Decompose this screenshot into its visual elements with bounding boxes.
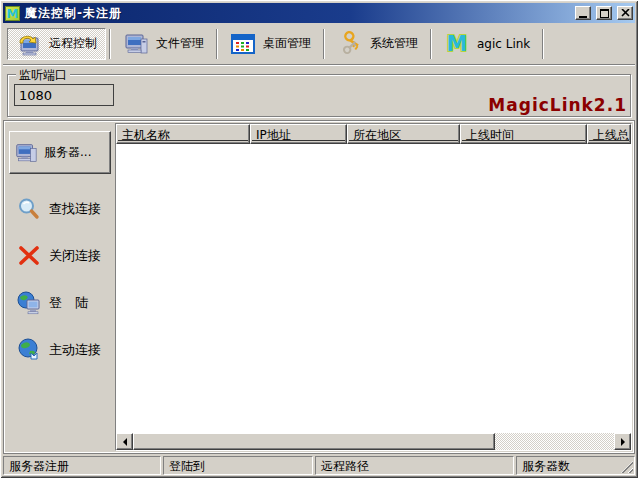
sidebar: 服务器... 查找连接 关闭连接 <box>5 122 115 452</box>
sidebar-item-active-connect[interactable]: 主动连接 <box>17 338 115 362</box>
connection-list: 主机名称 IP地址 所在地区 上线时间 上线总 <box>115 123 632 451</box>
toolbar-button-desktop-manager[interactable]: 桌面管理 <box>221 28 320 60</box>
column-header-region[interactable]: 所在地区 <box>347 124 460 144</box>
close-connection-icon <box>17 244 41 268</box>
status-panel-label: 服务器数 <box>522 459 570 473</box>
listen-port-label: 监听端口 <box>16 67 70 84</box>
toolbar-button-file-manager[interactable]: 文件管理 <box>114 28 213 60</box>
sidebar-item-label: 登 陆 <box>49 294 88 312</box>
toolbar-separator <box>542 29 544 59</box>
app-icon: M <box>5 6 20 21</box>
toolbar-button-system-manager[interactable]: 系统管理 <box>328 28 427 60</box>
column-header-online-time[interactable]: 上线时间 <box>460 124 587 144</box>
app-window: M 魔法控制-未注册 远程控制 <box>0 0 638 478</box>
file-manager-icon <box>123 31 149 57</box>
toolbar-button-magic-link[interactable]: M agic Link <box>435 28 539 60</box>
titlebar[interactable]: M 魔法控制-未注册 <box>3 3 635 23</box>
list-body[interactable] <box>116 144 631 433</box>
status-panel-login-to: 登陆到 <box>163 456 313 475</box>
sidebar-item-find-connection[interactable]: 查找连接 <box>17 197 115 221</box>
toolbar-separator <box>109 29 111 59</box>
toolbar-button-label: 远程控制 <box>49 35 97 52</box>
sidebar-item-label: 主动连接 <box>49 341 101 359</box>
close-button[interactable] <box>617 6 633 20</box>
login-icon <box>17 291 41 315</box>
scroll-right-button[interactable] <box>614 433 631 450</box>
sidebar-item-label: 服务器... <box>44 144 91 161</box>
desktop-manager-icon <box>230 31 256 57</box>
status-bar: 服务器注册 登陆到 远程路径 服务器数 <box>3 454 635 475</box>
scroll-left-button[interactable] <box>116 433 133 450</box>
search-icon <box>17 197 41 221</box>
listen-port-input[interactable] <box>14 84 114 106</box>
toolbar-separator <box>430 29 432 59</box>
list-header: 主机名称 IP地址 所在地区 上线时间 上线总 <box>116 124 631 144</box>
maximize-button[interactable] <box>596 6 612 20</box>
system-manager-icon <box>337 31 363 57</box>
toolbar-separator <box>323 29 325 59</box>
status-panel-server-register: 服务器注册 <box>3 456 161 475</box>
magic-link-icon: M <box>444 31 470 57</box>
toolbar-button-label: agic Link <box>477 37 530 51</box>
column-header-online-total[interactable]: 上线总 <box>587 124 631 144</box>
window-title: 魔法控制-未注册 <box>23 5 570 22</box>
resize-grip[interactable] <box>621 461 633 473</box>
toolbar-button-label: 文件管理 <box>156 35 204 52</box>
active-connect-icon <box>17 338 41 362</box>
arrow-left-icon <box>119 438 127 446</box>
status-panel-remote-path: 远程路径 <box>315 456 514 475</box>
main-area: 服务器... 查找连接 关闭连接 <box>3 120 635 454</box>
server-icon <box>14 141 38 165</box>
brand-text: MagicLink2.1 <box>488 95 627 115</box>
maximize-icon <box>600 9 609 18</box>
scrollbar-thumb[interactable] <box>133 433 495 450</box>
sidebar-item-close-connection[interactable]: 关闭连接 <box>17 244 115 268</box>
remote-control-icon <box>16 31 42 57</box>
toolbar-button-label: 系统管理 <box>370 35 418 52</box>
sidebar-item-server[interactable]: 服务器... <box>9 131 111 174</box>
scrollbar-track[interactable] <box>495 433 614 450</box>
column-header-hostname[interactable]: 主机名称 <box>116 124 250 144</box>
status-panel-server-count: 服务器数 <box>516 456 635 475</box>
column-header-ip[interactable]: IP地址 <box>250 124 347 144</box>
sidebar-item-label: 关闭连接 <box>49 247 101 265</box>
toolbar-button-label: 桌面管理 <box>263 35 311 52</box>
toolbar-separator <box>216 29 218 59</box>
toolbar-button-remote-control[interactable]: 远程控制 <box>7 28 106 60</box>
top-panel: 监听端口 MagicLink2.1 <box>3 65 635 120</box>
horizontal-scrollbar[interactable] <box>116 433 631 450</box>
arrow-right-icon <box>621 438 629 446</box>
sidebar-item-label: 查找连接 <box>49 200 101 218</box>
minimize-button[interactable] <box>575 6 591 20</box>
main-toolbar: 远程控制 文件管理 桌面管理 <box>3 23 635 65</box>
close-icon <box>621 9 630 17</box>
sidebar-item-login[interactable]: 登 陆 <box>17 291 115 315</box>
minimize-icon <box>579 16 587 18</box>
